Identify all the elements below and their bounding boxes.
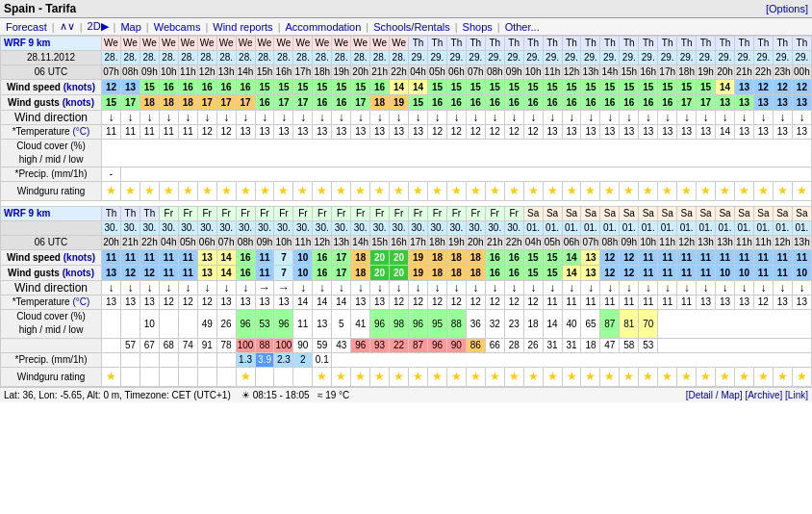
wind-gusts-row-2: Wind gusts (knots) 13 12 12 11 11 13 14 …	[1, 266, 812, 281]
nav-bar: Forecast | ∧∨ | 2D▶ | Map | Webcams | Wi…	[0, 18, 812, 36]
section1-header-row: WRF 9 km We We We We We We We We We We W…	[1, 37, 812, 51]
nav-map[interactable]: Map	[116, 20, 144, 34]
nav-webcams[interactable]: Webcams	[150, 20, 205, 34]
options-link[interactable]: [Options]	[766, 3, 808, 14]
nav-2d[interactable]: 2D▶	[84, 19, 113, 34]
sun-hours: 08:15 - 18:05	[253, 390, 310, 400]
nav-other[interactable]: Other...	[501, 20, 544, 34]
coordinates: Lat: 36, Lon: -5.65, Alt: 0 m, Timezone:…	[4, 390, 349, 400]
temperature-row-1: *Temperature (°C) 11 11 11 11 11 12 12 1…	[1, 125, 812, 140]
lat-lon-text: Lat: 36, Lon: -5.65, Alt: 0 m, Timezone:…	[4, 390, 231, 400]
cloud-cover-mid-row-2: 57 67 68 74 91 78 100 88 100 90 59 43 96…	[1, 339, 812, 353]
nav-wind-reports[interactable]: Wind reports	[209, 20, 276, 34]
page-title: Spain - Tarifa	[4, 2, 76, 15]
section1-title: WRF 9 km	[1, 37, 102, 51]
title-bar: Spain - Tarifa [Options]	[0, 0, 812, 18]
wind-gusts-row-1: Wind gusts (knots) 15 17 18 18 18 17 17 …	[1, 95, 812, 111]
section1-date-row: 28.11.2012 28. 28. 28. 28. 28. 28. 28. 2…	[1, 51, 812, 65]
wind-direction-row-1: Wind direction ↓ ↓ ↓ ↓ ↓ ↓ ↓ ↓ ↓ ↓ ↓ ↓ ↓…	[1, 111, 812, 125]
precip-row-2: *Precip. (mm/1h) 1.3 3.9 2.3 2 0.1	[1, 353, 812, 368]
cloud-cover-row-1: Cloud cover (%)high / mid / low	[1, 140, 812, 167]
nav-waves[interactable]: ∧∨	[56, 19, 79, 34]
sun-icon: ☀	[241, 390, 250, 400]
detail-links: [Detail / Map] [Archive] [Link]	[686, 390, 808, 400]
precip-row-1: *Precip. (mm/1h) -	[1, 167, 812, 182]
nav-schools[interactable]: Schools/Rentals	[369, 20, 454, 34]
wind-speed-row-2: Wind speed (knots) 11 11 11 11 11 13 14 …	[1, 250, 812, 266]
section2-hour-row: 06 UTC 20h 21h 22h 04h 05h 06h 07h 08h 0…	[1, 236, 812, 250]
temperature-row-2: *Temperature (°C) 13 13 13 12 12 12 13 1…	[1, 296, 812, 310]
bottom-bar: Lat: 36, Lon: -5.65, Alt: 0 m, Timezone:…	[0, 387, 812, 402]
wind-direction-row-2: Wind direction ↓ ↓ ↓ ↓ ↓ ↓ ↓ ↓ → → ↓ ↓ ↓…	[1, 281, 812, 296]
forecast-table: WRF 9 km We We We We We We We We We We W…	[0, 36, 812, 387]
link-link[interactable]: [Link]	[785, 390, 808, 400]
archive-link[interactable]: [Archive]	[745, 390, 782, 400]
section2-date-row: 30. 30. 30. 30. 30. 30. 30. 30. 30. 30. …	[1, 221, 812, 236]
rating-row-2: Windguru rating ★ ★ ★ ★ ★ ★ ★ ★ ★ ★ ★ ★ …	[1, 368, 812, 387]
nav-forecast[interactable]: Forecast	[2, 20, 51, 34]
section1-hour-row: 06 UTC 07h 08h 09h 10h 11h 12h 13h 14h 1…	[1, 65, 812, 80]
nav-accommodation[interactable]: Accommodation	[281, 20, 365, 34]
rating-row-1: Windguru rating ★ ★ ★ ★ ★ ★ ★ ★ ★ ★ ★ ★ …	[1, 182, 812, 201]
detail-map-link[interactable]: [Detail / Map]	[686, 390, 743, 400]
wind-speed-row-1: Wind speed (knots) 12 13 15 16 16 16 16 …	[1, 80, 812, 95]
section2-header-row: WRF 9 km Th Th Th Fr Fr Fr Fr Fr Fr Fr F…	[1, 207, 812, 221]
nav-shops[interactable]: Shops	[459, 20, 496, 34]
temp-approx: ≈ 19 °C	[317, 390, 349, 400]
cloud-cover-row-2: Cloud cover (%)high / mid / low 10 49 26…	[1, 310, 812, 339]
